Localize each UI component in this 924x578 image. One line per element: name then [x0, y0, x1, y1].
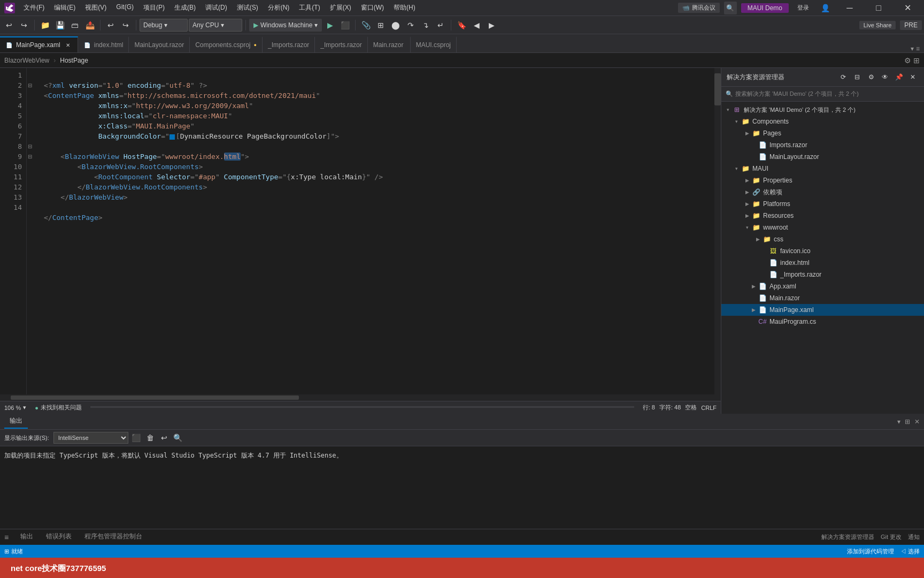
- tab-imports-razor-2[interactable]: _Imports.razor: [315, 36, 367, 52]
- select-option[interactable]: ◁ 选择: [900, 547, 920, 556]
- fold-btn-8[interactable]: ⊟: [28, 141, 36, 151]
- output-wrap-btn[interactable]: ↩: [158, 432, 170, 444]
- tree-css[interactable]: ▶ 📁 css: [721, 233, 924, 245]
- tree-favicon[interactable]: ▶ 🖼 favicon.ico: [721, 245, 924, 257]
- step-into-btn[interactable]: ↴: [419, 18, 433, 32]
- back-btn[interactable]: ↩: [2, 18, 16, 32]
- publish-btn[interactable]: 📤: [83, 18, 97, 32]
- fold-btn-9[interactable]: ⊟: [28, 151, 36, 162]
- minimize-btn[interactable]: ─: [837, 0, 862, 16]
- maximize-btn[interactable]: □: [866, 0, 891, 16]
- save-btn[interactable]: 💾: [53, 18, 67, 32]
- hscroll-thumb[interactable]: [11, 396, 299, 400]
- live-share-btn[interactable]: Live Share: [859, 21, 896, 29]
- tree-imports-razor-2[interactable]: ▶ 📄 _Imports.razor: [721, 269, 924, 280]
- tab-maui-csproj[interactable]: MAUI.csproj: [411, 36, 457, 52]
- tab-mainlayout-razor[interactable]: MainLayout.razor: [129, 36, 190, 52]
- tree-mainpage-xaml[interactable]: ▶ 📄 MainPage.xaml: [721, 304, 924, 316]
- undo-btn[interactable]: ↩: [104, 18, 118, 32]
- sidebar-close-btn[interactable]: ✕: [907, 71, 919, 83]
- start-dropdown[interactable]: ▶ Windows Machine ▾: [249, 19, 322, 32]
- sidebar-search-bar[interactable]: 🔍 搜索解决方案 'MAUI Demo' (2 个项目，共 2 个): [721, 87, 924, 102]
- sidebar-settings-btn[interactable]: ⚙: [865, 71, 877, 83]
- menu-edit[interactable]: 编辑(E): [50, 2, 80, 13]
- notifications-tab[interactable]: 通知: [908, 533, 920, 541]
- tree-maui-folder[interactable]: ▾ 📁 MAUI: [721, 163, 924, 174]
- bottom-errors-tab[interactable]: 错误列表: [41, 530, 77, 544]
- sidebar-filter-btn[interactable]: ⊟: [851, 71, 863, 83]
- tab-index-html[interactable]: 📄 index.html: [78, 36, 129, 52]
- tree-maiuprogram-cs[interactable]: ▶ C# MauiProgram.cs: [721, 316, 924, 328]
- sidebar-pin-btn[interactable]: 📌: [893, 71, 905, 83]
- tab-mainpage-xaml[interactable]: 📄 MainPage.xaml ✕: [0, 36, 78, 52]
- step-over-btn[interactable]: ↷: [404, 18, 418, 32]
- run-btn[interactable]: ▶: [323, 18, 337, 32]
- tab-menu-btn[interactable]: ≡: [916, 45, 920, 52]
- attach-btn[interactable]: 📎: [359, 18, 373, 32]
- sidebar-refresh-btn[interactable]: ⟳: [837, 71, 849, 83]
- stop-btn[interactable]: ⬛: [338, 18, 352, 32]
- menu-tools[interactable]: 工具(T): [295, 2, 324, 13]
- output-clear-btn[interactable]: 🗑: [144, 432, 156, 444]
- git-changes-tab[interactable]: Git 更改: [881, 533, 902, 541]
- output-stop-btn[interactable]: ⬛: [130, 432, 142, 444]
- menu-help[interactable]: 帮助(H): [389, 2, 420, 13]
- redo-btn[interactable]: ↪: [119, 18, 133, 32]
- issues-indicator[interactable]: ● 未找到相关问题: [35, 404, 82, 412]
- menu-extensions[interactable]: 扩展(X): [326, 2, 356, 13]
- tree-resources[interactable]: ▶ 📁 Resources: [721, 210, 924, 222]
- editor-vscroll[interactable]: [714, 68, 721, 394]
- editor-hscroll[interactable]: [0, 394, 721, 401]
- vscroll-thumb[interactable]: [714, 73, 721, 105]
- package-console-tab[interactable]: 程序包管理器控制台: [79, 530, 148, 544]
- tab-close-btn[interactable]: ✕: [64, 41, 72, 49]
- breakpoint-btn[interactable]: ⬤: [389, 18, 403, 32]
- tree-imports-razor-1[interactable]: ▶ 📄 Imports.razor: [721, 139, 924, 151]
- bookmark-btn[interactable]: 🔖: [455, 18, 468, 32]
- editor-split-btn[interactable]: ⊞: [913, 56, 920, 65]
- tree-dependencies[interactable]: ▶ 🔗 依赖项: [721, 186, 924, 198]
- tree-wwwroot[interactable]: ▾ 📁 wwwroot: [721, 222, 924, 233]
- open-btn[interactable]: 📁: [38, 18, 52, 32]
- editor-settings-btn[interactable]: ⚙: [904, 56, 911, 65]
- panel-close-btn[interactable]: ✕: [914, 418, 920, 425]
- output-find-btn[interactable]: 🔍: [172, 432, 184, 444]
- format-btn[interactable]: ⊞: [374, 18, 388, 32]
- menu-analyze[interactable]: 分析(N): [264, 2, 294, 13]
- forward-btn[interactable]: ↪: [17, 18, 31, 32]
- menu-file[interactable]: 文件(F): [19, 2, 49, 13]
- sidebar-preview-btn[interactable]: 👁: [879, 71, 891, 83]
- zoom-level[interactable]: 106 % ▾: [4, 404, 26, 411]
- tree-components-folder[interactable]: ▾ 📁 Components: [721, 116, 924, 127]
- add-source-control[interactable]: 添加到源代码管理: [847, 547, 894, 556]
- output-tab[interactable]: 输出: [4, 414, 28, 429]
- tab-main-razor[interactable]: Main.razor: [368, 36, 411, 52]
- tree-platforms[interactable]: ▶ 📁 Platforms: [721, 198, 924, 210]
- menu-test[interactable]: 测试(S): [233, 2, 263, 13]
- debug-config-dropdown[interactable]: Debug ▾: [140, 19, 188, 32]
- output-source-select[interactable]: IntelliSense: [53, 432, 128, 444]
- code-editor[interactable]: <?xml version="1.0" encoding="utf-8" ?> …: [37, 68, 714, 394]
- cpu-config-dropdown[interactable]: Any CPU ▾: [189, 19, 242, 32]
- bottom-output-tab[interactable]: 输出: [15, 530, 38, 544]
- save-all-btn[interactable]: 🗃: [68, 18, 82, 32]
- sign-in[interactable]: 登录: [793, 4, 813, 12]
- panel-dropdown-btn[interactable]: ▾: [897, 418, 900, 425]
- hamburger-icon[interactable]: ≡: [4, 533, 9, 542]
- tree-main-razor[interactable]: ▶ 📄 Main.razor: [721, 292, 924, 304]
- search-btn[interactable]: 🔍: [724, 2, 737, 14]
- step-out-btn[interactable]: ↵: [434, 18, 448, 32]
- solution-explorer-tab[interactable]: 解决方案资源管理器: [821, 533, 874, 541]
- tree-pages-folder[interactable]: ▶ 📁 Pages: [721, 127, 924, 139]
- menu-project[interactable]: 项目(P): [139, 2, 169, 13]
- tree-app-xaml[interactable]: ▶ 📄 App.xaml: [721, 280, 924, 292]
- tree-mainlayout-razor[interactable]: ▶ 📄 MainLayout.razor: [721, 151, 924, 163]
- menu-build[interactable]: 生成(B): [170, 2, 200, 13]
- next-btn[interactable]: ▶: [484, 18, 498, 32]
- menu-git[interactable]: Git(G): [112, 2, 138, 13]
- tree-index-html[interactable]: ▶ 📄 index.html: [721, 257, 924, 269]
- tree-solution-root[interactable]: ▾ ⊞ 解决方案 'MAUI Demo' (2 个项目，共 2 个): [721, 104, 924, 116]
- prev-btn[interactable]: ◀: [469, 18, 483, 32]
- panel-float-btn[interactable]: ⊞: [905, 418, 910, 425]
- menu-window[interactable]: 窗口(W): [357, 2, 388, 13]
